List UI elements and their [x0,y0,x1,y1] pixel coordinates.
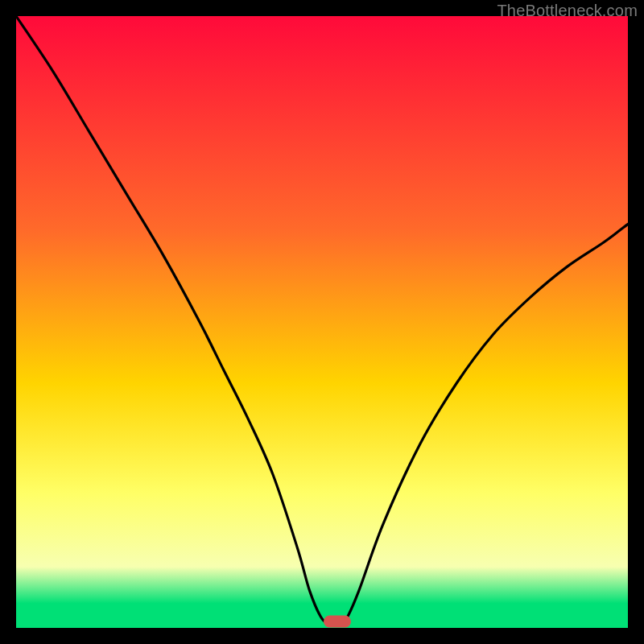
chart-stage: TheBottleneck.com [0,0,644,644]
chart-plot [16,16,628,628]
gradient-background [16,16,628,628]
optimal-marker [324,616,351,628]
